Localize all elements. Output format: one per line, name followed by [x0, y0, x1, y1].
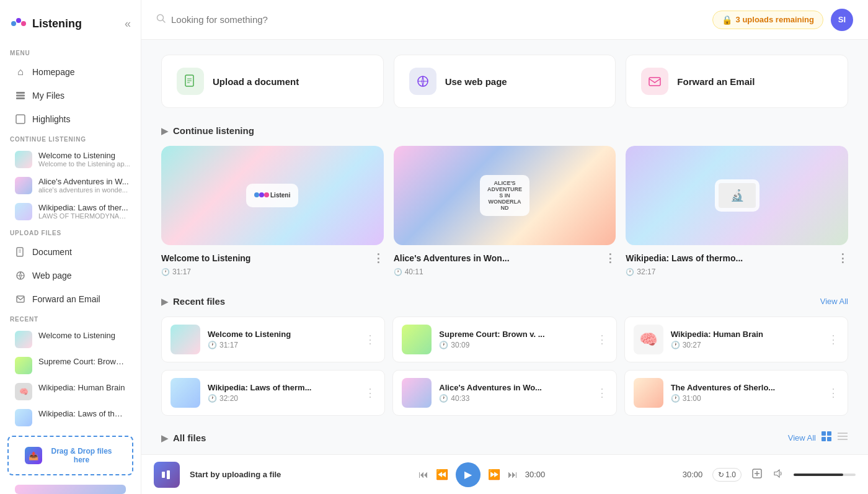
listening-card-welcome[interactable]: Listening Welcome to Listening ⋮ 🕐 31:17 — [161, 146, 384, 279]
recent-clock-1: 🕐 — [208, 341, 217, 349]
recent-file-brain[interactable]: 🧠 Wikipedia: Human Brain 🕐 30:27 ⋮ — [624, 317, 848, 362]
listening-card-alice-more[interactable]: ⋮ — [604, 251, 616, 265]
svg-rect-5 — [16, 97, 25, 99]
app-name: Listening — [32, 17, 82, 30]
svg-line-14 — [163, 20, 166, 22]
listening-card-wiki-title: Wikipedia: Laws of thermo... — [626, 253, 743, 263]
sidebar-continue-alice-desc: alice's adventures in wonde... — [38, 186, 129, 194]
sidebar-item-homepage-label: Homepage — [32, 67, 75, 77]
volume-fill — [794, 474, 843, 476]
recent-file-sherlock-more[interactable]: ⋮ — [828, 386, 839, 400]
svg-rect-29 — [827, 437, 831, 441]
recent-file-laws-title: Wikipedia: Laws of therm... — [208, 383, 357, 392]
continue-listening-title: ▶ Continue listening — [161, 125, 254, 136]
playback-speed-button[interactable]: ↻ 1.0 — [712, 468, 742, 482]
recent-clock-2: 🕐 — [439, 341, 448, 349]
continue-listening-label: CONTINUE LISTENING — [0, 131, 141, 146]
sidebar-item-my-files-label: My Files — [32, 91, 64, 101]
collapse-sidebar-button[interactable]: « — [125, 17, 131, 30]
recent-file-supreme-title: Supreme Court: Brown v. ... — [439, 330, 588, 339]
sidebar-continue-alice[interactable]: Alice's Adventures in W... alice's adven… — [5, 173, 136, 198]
sidebar-upload-email[interactable]: Forward an Email — [5, 288, 136, 310]
recent-file-supreme-duration: 30:09 — [451, 341, 469, 349]
grid-view-button[interactable] — [821, 431, 832, 445]
listening-card-welcome-duration: 31:17 — [172, 267, 191, 276]
recent-file-alice-duration: 40:33 — [451, 394, 469, 403]
sidebar-item-highlights[interactable]: Highlights — [5, 108, 136, 130]
recent-file-brain-duration: 30:27 — [683, 341, 701, 349]
list-view-button[interactable] — [837, 431, 848, 445]
sidebar-recent-laws[interactable]: Wikipedia: Laws of ther... — [5, 405, 136, 430]
sidebar-item-my-files[interactable]: My Files — [5, 84, 136, 107]
listening-card-wiki[interactable]: 🔬 Wikipedia: Laws of thermo... ⋮ 🕐 32:17 — [626, 146, 848, 279]
recent-file-welcome-duration: 31:17 — [219, 341, 238, 349]
clock-icon: 🕐 — [161, 268, 170, 276]
sidebar-recent-supreme[interactable]: Supreme Court: Brown ... — [5, 353, 136, 378]
recent-file-alice-title: Alice's Adventures in Wo... — [439, 383, 588, 392]
recent-file-alice[interactable]: Alice's Adventures in Wo... 🕐 40:33 ⋮ — [392, 370, 616, 416]
all-files-view-all[interactable]: View All — [788, 433, 816, 442]
svg-rect-33 — [162, 472, 165, 478]
svg-rect-27 — [827, 431, 831, 436]
all-files-header: ▶ All files View All — [161, 431, 848, 445]
recent-file-brain-more[interactable]: ⋮ — [828, 333, 839, 346]
listening-card-welcome-title: Welcome to Listening — [161, 253, 250, 263]
drag-drop-area[interactable]: 📤 Drag & Drop files here — [7, 436, 133, 475]
uploads-remaining-text: 3 uploads remaining — [736, 15, 814, 24]
listening-card-alice[interactable]: ALICE'S ADVENTURES IN WONDERLAND Alice's… — [394, 146, 616, 279]
sidebar-continue-laws[interactable]: Wikipedia: Laws of ther... LAWS OF THERM… — [5, 199, 136, 224]
sidebar-upload-document-label: Document — [32, 247, 72, 257]
recent-file-sherlock[interactable]: The Adventures of Sherlo... 🕐 31:00 ⋮ — [624, 370, 848, 416]
webpage-icon — [15, 270, 26, 281]
play-pause-button[interactable]: ▶ — [456, 462, 480, 487]
recent-file-laws-more[interactable]: ⋮ — [365, 386, 376, 400]
player-time-right: 30:00 — [683, 470, 703, 479]
sidebar: Listening « MENU ⌂ Homepage My Files Hig… — [0, 0, 141, 494]
recent-file-supreme-more[interactable]: ⋮ — [596, 333, 608, 346]
sidebar-continue-welcome[interactable]: Welcome to Listening Welcome to the List… — [5, 147, 136, 172]
recent-section-icon: ▶ — [161, 297, 168, 307]
skip-forward-button[interactable]: ⏩ — [488, 469, 500, 480]
sidebar-recent-welcome[interactable]: Welcome to Listening — [5, 327, 136, 352]
forward-email-card[interactable]: Forward an Email — [626, 55, 848, 108]
skip-to-start-button[interactable]: ⏮ — [418, 469, 428, 480]
volume-button[interactable] — [773, 468, 784, 482]
volume-slider[interactable] — [794, 474, 856, 476]
recent-clock-5: 🕐 — [439, 394, 448, 403]
sidebar-recent-brain[interactable]: 🧠 Wikipedia: Human Brain — [5, 379, 136, 404]
listening-card-welcome-more[interactable]: ⋮ — [373, 251, 384, 265]
search-input[interactable] — [171, 14, 705, 25]
recent-file-welcome-more[interactable]: ⋮ — [365, 333, 376, 346]
continue-listening-label: Continue listening — [173, 125, 254, 136]
svg-rect-4 — [16, 95, 25, 97]
upload-doc-label: Upload a document — [213, 76, 299, 87]
listening-thumb-alice: ALICE'S ADVENTURES IN WONDERLAND — [394, 146, 616, 245]
recent-file-laws[interactable]: Wikipedia: Laws of therm... 🕐 32:20 ⋮ — [161, 370, 385, 416]
recent-file-supreme[interactable]: Supreme Court: Brown v. ... 🕐 30:09 ⋮ — [392, 317, 616, 362]
recent-file-welcome[interactable]: Welcome to Listening 🕐 31:17 ⋮ — [161, 317, 385, 362]
use-web-card[interactable]: Use web page — [394, 55, 616, 108]
speed-cycle-icon: ↻ — [718, 470, 724, 479]
sidebar-recent-alice2[interactable]: Alice's Adventures in Wo... — [5, 481, 136, 494]
continue-listening-header: ▶ Continue listening — [161, 125, 848, 136]
sidebar-upload-document[interactable]: Document — [5, 241, 136, 263]
sidebar-item-homepage[interactable]: ⌂ Homepage — [5, 61, 136, 83]
recent-thumb-laws — [170, 378, 200, 408]
sidebar-upload-webpage[interactable]: Web page — [5, 264, 136, 287]
sidebar-continue-laws-title: Wikipedia: Laws of ther... — [38, 203, 131, 212]
listening-card-wiki-more[interactable]: ⋮ — [837, 251, 848, 265]
user-avatar[interactable]: SI — [831, 9, 853, 31]
recent-clock-4: 🕐 — [208, 394, 217, 403]
recent-thumb-welcome — [170, 325, 200, 354]
svg-rect-6 — [16, 115, 25, 124]
recent-thumb-sherlock — [634, 378, 663, 408]
svg-point-23 — [259, 192, 264, 197]
add-bookmark-button[interactable] — [751, 468, 763, 482]
skip-back-button[interactable]: ⏪ — [436, 469, 448, 480]
recent-file-alice-more[interactable]: ⋮ — [596, 386, 608, 400]
recent-files-view-all[interactable]: View All — [820, 297, 848, 306]
main-content: 🔒 3 uploads remaining SI Upload a docume… — [141, 0, 868, 494]
menu-section-label: MENU — [0, 45, 141, 60]
upload-doc-card[interactable]: Upload a document — [161, 55, 384, 108]
skip-to-end-button[interactable]: ⏭ — [508, 469, 518, 480]
